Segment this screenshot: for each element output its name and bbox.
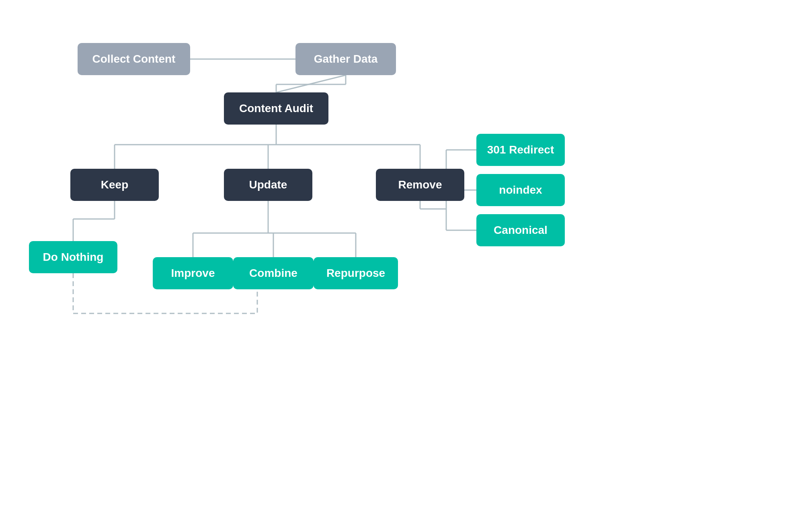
combine-node: Combine	[233, 257, 314, 289]
do-nothing-node: Do Nothing	[29, 241, 117, 273]
content-audit-node: Content Audit	[224, 92, 328, 125]
update-node: Update	[224, 169, 312, 201]
repurpose-label: Repurpose	[326, 267, 385, 280]
redirect-301-label: 301 Redirect	[487, 143, 554, 156]
repurpose-node: Repurpose	[314, 257, 398, 289]
collect-content-label: Collect Content	[92, 53, 176, 65]
remove-node: Remove	[376, 169, 464, 201]
diagram: Collect Content Gather Data Content Audi…	[0, 0, 804, 532]
noindex-label: noindex	[499, 184, 542, 196]
canonical-node: Canonical	[476, 214, 565, 246]
combine-label: Combine	[249, 267, 297, 280]
collect-content-node: Collect Content	[78, 43, 190, 75]
update-label: Update	[249, 178, 287, 191]
do-nothing-label: Do Nothing	[43, 251, 104, 264]
svg-line-1	[276, 75, 346, 92]
noindex-node: noindex	[476, 174, 565, 206]
keep-label: Keep	[101, 178, 128, 191]
improve-label: Improve	[171, 267, 215, 280]
canonical-label: Canonical	[494, 224, 548, 237]
keep-node: Keep	[70, 169, 159, 201]
redirect-301-node: 301 Redirect	[476, 134, 565, 166]
improve-node: Improve	[153, 257, 233, 289]
gather-data-node: Gather Data	[295, 43, 396, 75]
content-audit-label: Content Audit	[239, 102, 313, 115]
remove-label: Remove	[398, 178, 442, 191]
gather-data-label: Gather Data	[314, 53, 378, 65]
